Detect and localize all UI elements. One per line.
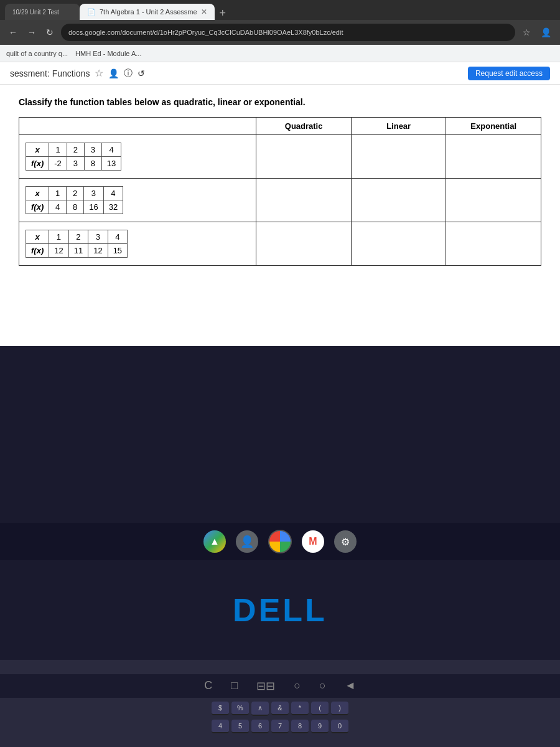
x-label-1: x — [26, 143, 49, 157]
c-key-icon[interactable]: C — [204, 679, 212, 692]
fx-val-3-3: 12 — [88, 244, 108, 258]
person-icon[interactable]: 👤 — [108, 68, 119, 78]
fx-val-1-2: 3 — [67, 157, 84, 171]
page-title-row: sessment: Functions ☆ 👤 ⓘ ↺ — [10, 67, 145, 79]
circle2-icon[interactable]: ○ — [319, 679, 326, 692]
key-9[interactable]: 9 — [311, 720, 329, 733]
x-val-2-3: 3 — [84, 187, 103, 200]
browser-chrome: 10/29 Unit 2 Test 📄 7th Algebra 1 - Unit… — [0, 0, 560, 45]
col-header-exponential: Exponential — [446, 118, 541, 135]
fx-val-2-2: 8 — [67, 200, 84, 214]
address-bar[interactable]: docs.google.com/document/d/1oHr2pPOryuc_… — [61, 24, 515, 41]
table-row: x 1 2 3 4 f(x) 4 8 16 32 — [19, 179, 541, 222]
x-val-1-3: 3 — [84, 143, 101, 157]
func-table-1: x 1 2 3 4 f(x) -2 3 8 13 — [26, 143, 121, 171]
request-edit-button[interactable]: Request edit access — [468, 67, 550, 80]
func-table-3: x 1 2 3 4 f(x) 12 11 12 15 — [26, 230, 128, 258]
fx-val-1-4: 13 — [101, 157, 121, 171]
fx-val-3-4: 15 — [108, 244, 127, 258]
answer-linear-2[interactable] — [351, 179, 446, 222]
x-val-3-3: 3 — [88, 230, 108, 244]
tab-inactive[interactable]: 10/29 Unit 2 Test — [5, 4, 80, 20]
star-icon[interactable]: ☆ — [95, 67, 103, 79]
key-dollar[interactable]: $ — [212, 702, 229, 715]
bookmark-1[interactable]: quilt of a country q... — [6, 50, 68, 57]
answer-exponential-2[interactable] — [446, 179, 541, 222]
table-row: x 1 2 3 4 f(x) 12 11 12 15 — [19, 222, 541, 266]
question-instruction: Classify the function tables below as qu… — [19, 97, 541, 107]
key-open-paren[interactable]: ( — [311, 702, 329, 715]
person-symbol: 👤 — [240, 535, 254, 548]
taskbar-gmail-icon[interactable]: M — [302, 530, 324, 553]
address-text: docs.google.com/document/d/1oHr2pPOryuc_… — [68, 29, 343, 36]
taskbar-settings-icon[interactable]: ⚙ — [334, 530, 357, 553]
back-button[interactable]: ← — [6, 26, 20, 39]
x-val-2-4: 4 — [103, 187, 123, 200]
refresh-icon[interactable]: ↺ — [138, 68, 145, 78]
answer-quadratic-1[interactable] — [256, 135, 352, 179]
multiwindow-icon[interactable]: ⊟⊟ — [256, 679, 275, 693]
taskbar-person-icon[interactable]: 👤 — [236, 530, 258, 553]
key-7[interactable]: 7 — [271, 720, 289, 733]
tab-active-label: 7th Algebra 1 - Unit 2 Assessme — [100, 8, 197, 16]
key-percent[interactable]: % — [231, 702, 249, 715]
tab-bar: 10/29 Unit 2 Test 📄 7th Algebra 1 - Unit… — [0, 0, 560, 20]
drive-symbol: ▲ — [210, 536, 220, 547]
taskbar: ▲ 👤 M ⚙ — [0, 523, 560, 560]
function-table-1: x 1 2 3 4 f(x) -2 3 8 13 — [19, 135, 256, 179]
fx-label-1: f(x) — [26, 157, 49, 171]
x-label-3: x — [26, 230, 49, 244]
func-table-2: x 1 2 3 4 f(x) 4 8 16 32 — [26, 186, 123, 214]
key-8[interactable]: 8 — [291, 720, 309, 733]
circle-icon[interactable]: ○ — [294, 679, 301, 692]
key-6[interactable]: 6 — [251, 720, 269, 733]
reload-button[interactable]: ↻ — [44, 26, 56, 39]
answer-linear-1[interactable] — [351, 135, 446, 179]
dell-branding-area: DELL — [0, 560, 560, 660]
fx-val-1-3: 8 — [84, 157, 101, 171]
key-0[interactable]: 0 — [331, 720, 348, 733]
key-caret[interactable]: ∧ — [251, 702, 269, 716]
address-bar-row: ← → ↻ docs.google.com/document/d/1oHr2pP… — [0, 20, 560, 45]
answer-quadratic-2[interactable] — [256, 179, 352, 222]
fx-val-3-2: 11 — [68, 244, 88, 258]
classification-table: Quadratic Linear Exponential x 1 2 3 — [19, 117, 541, 266]
taskbar-chrome-icon[interactable] — [268, 530, 292, 553]
answer-exponential-1[interactable] — [446, 135, 541, 179]
fx-val-2-1: 4 — [49, 200, 67, 214]
key-4[interactable]: 4 — [212, 720, 229, 733]
answer-exponential-3[interactable] — [446, 222, 541, 266]
answer-linear-3[interactable] — [351, 222, 446, 266]
taskbar-drive-icon[interactable]: ▲ — [203, 530, 226, 553]
key-ampersand[interactable]: & — [271, 702, 289, 715]
info-icon: ⓘ — [124, 68, 133, 79]
key-5[interactable]: 5 — [231, 720, 249, 733]
bookmark-2[interactable]: HMH Ed - Module A... — [75, 50, 141, 57]
function-table-2: x 1 2 3 4 f(x) 4 8 16 32 — [19, 179, 256, 222]
key-close-paren[interactable]: ) — [331, 702, 348, 715]
forward-button[interactable]: → — [25, 26, 39, 39]
back-arrow-icon[interactable]: ◄ — [345, 679, 356, 692]
answer-quadratic-3[interactable] — [256, 222, 352, 266]
fx-val-1-1: -2 — [49, 157, 67, 171]
function-table-3: x 1 2 3 4 f(x) 12 11 12 15 — [19, 222, 256, 266]
bookmarks-bar: quilt of a country q... HMH Ed - Module … — [0, 45, 560, 62]
col-header-blank — [19, 118, 256, 135]
tab-doc-icon: 📄 — [87, 8, 96, 16]
keyboard-row-1: $ % ∧ & * ( ) — [212, 702, 348, 716]
fx-val-3-1: 12 — [49, 244, 68, 258]
key-asterisk[interactable]: * — [291, 702, 309, 715]
bookmark-star-icon[interactable]: ☆ — [520, 26, 533, 39]
fx-label-2: f(x) — [26, 200, 49, 214]
square-icon[interactable]: □ — [231, 679, 238, 692]
x-val-3-4: 4 — [108, 230, 127, 244]
x-val-3-1: 1 — [49, 230, 68, 244]
account-icon[interactable]: 👤 — [538, 26, 554, 39]
tab-active[interactable]: 📄 7th Algebra 1 - Unit 2 Assessme ✕ — [80, 4, 215, 20]
close-icon[interactable]: ✕ — [201, 7, 207, 16]
document-area: Classify the function tables below as qu… — [0, 85, 560, 346]
new-tab-button[interactable]: + — [215, 7, 231, 20]
x-val-2-2: 2 — [67, 187, 84, 200]
keyboard-row-2: 4 5 6 7 8 9 0 — [212, 720, 348, 733]
x-val-3-2: 2 — [68, 230, 88, 244]
